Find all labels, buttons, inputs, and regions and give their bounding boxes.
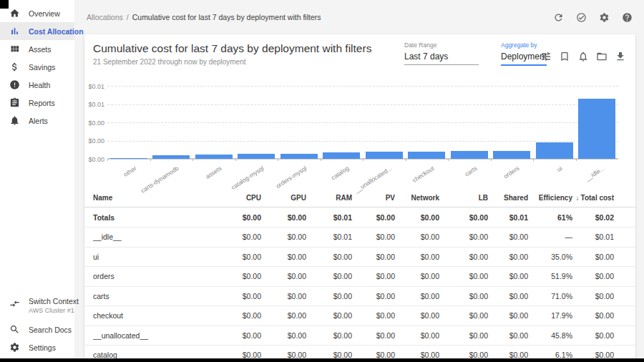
cell-pv: $0.00 — [352, 311, 395, 320]
bar-checkout[interactable] — [408, 152, 445, 159]
tune-icon[interactable] — [540, 51, 552, 62]
table-body: Totals$0.00$0.00$0.01$0.00$0.00$0.00$0.0… — [84, 207, 635, 362]
bar-unallocated[interactable] — [366, 152, 403, 159]
bar-catalog-mysql[interactable] — [238, 154, 275, 159]
chart-y-axis: $0.01$0.01$0.00$0.00$0.00 — [84, 86, 104, 159]
cell-lb: $0.00 — [439, 311, 488, 320]
table-row-checkout[interactable]: checkout$0.00$0.00$0.00$0.00$0.00$0.00$0… — [84, 306, 635, 326]
sidebar-item-health[interactable]: Health — [0, 76, 74, 94]
sidebar-item-reports[interactable]: Reports — [0, 94, 74, 112]
sidebar-item-alerts[interactable]: Alerts — [0, 112, 74, 129]
dollar-icon — [9, 62, 20, 72]
sidebar-item-overview[interactable]: Overview — [0, 4, 74, 22]
table-row-carts[interactable]: carts$0.00$0.00$0.00$0.00$0.00$0.00$0.00… — [84, 287, 635, 307]
sidebar-item-savings[interactable]: Savings — [0, 58, 74, 76]
bar-carts-dynamodb[interactable] — [152, 155, 190, 159]
cell-network: $0.00 — [395, 292, 439, 300]
bar-catalog[interactable] — [323, 152, 360, 159]
column-header-lb[interactable]: LB — [439, 194, 488, 202]
sidebar-item-switch-context[interactable]: Switch ContextAWS Cluster #1 — [0, 295, 74, 321]
cell-cpu: $0.00 — [217, 272, 261, 280]
clipboard-icon — [9, 97, 20, 108]
table-row-unallocated[interactable]: __unallocated__$0.00$0.00$0.00$0.00$0.00… — [84, 326, 635, 346]
cell-lb: $0.00 — [439, 331, 488, 340]
chart-bar-slot — [576, 99, 619, 159]
table-row-orders[interactable]: orders$0.00$0.00$0.00$0.00$0.00$0.00$0.0… — [84, 267, 635, 287]
bookmark-icon[interactable] — [559, 51, 570, 62]
bar-other[interactable] — [110, 158, 147, 160]
cell-total-cost: $0.00 — [572, 331, 614, 340]
cell-total-cost: $0.00 — [572, 253, 614, 261]
column-header-name[interactable]: Name — [93, 194, 217, 202]
column-header-gpu[interactable]: GPU — [261, 194, 306, 202]
column-header-cpu[interactable]: CPU — [217, 194, 261, 202]
table-row-ui[interactable]: ui$0.00$0.00$0.00$0.00$0.00$0.00$0.0035.… — [84, 248, 635, 268]
bar-ui[interactable] — [536, 142, 573, 159]
allocation-table: NameCPUGPURAMPVNetworkLBSharedEfficiency… — [84, 189, 635, 362]
cell-cpu: $0.00 — [217, 253, 261, 261]
sidebar-item-settings[interactable]: Settings — [0, 338, 74, 356]
x-axis-tick — [448, 159, 449, 161]
x-axis-tick-label: __idle... — [584, 165, 605, 182]
chart-bar-slot — [235, 154, 278, 159]
cell-gpu: $0.00 — [261, 253, 306, 261]
download-icon[interactable] — [615, 51, 626, 62]
cell-efficiency: 35.0% — [528, 253, 572, 261]
report-subtitle: 21 September 2022 through now by deploym… — [93, 58, 371, 66]
x-axis-tick — [235, 159, 236, 161]
cell-network: $0.00 — [395, 272, 439, 280]
topbar-actions — [553, 12, 633, 23]
table-row-totals[interactable]: Totals$0.00$0.00$0.01$0.00$0.00$0.00$0.0… — [84, 207, 635, 228]
cell-ram: $0.00 — [306, 331, 352, 340]
table-row-idle[interactable]: __idle__$0.00$0.00$0.01$0.00$0.00$0.00$0… — [84, 228, 635, 248]
sidebar-item-assets[interactable]: Assets — [0, 40, 74, 58]
column-header-network[interactable]: Network — [395, 194, 439, 202]
cell-shared: $0.00 — [488, 311, 528, 320]
breadcrumb-parent[interactable]: Allocations — [87, 13, 123, 21]
cell-gpu: $0.00 — [261, 272, 306, 280]
bar-orders[interactable] — [493, 151, 530, 159]
cell-efficiency: 71.0% — [528, 292, 572, 300]
sidebar-item-label: Cost Allocation — [29, 27, 84, 36]
x-axis-tick — [406, 159, 406, 161]
bar-carts[interactable] — [451, 151, 488, 159]
column-header-efficiency[interactable]: Efficiency — [528, 194, 572, 202]
column-header-total-cost[interactable]: ↓Total cost — [572, 194, 614, 202]
gear-icon — [9, 342, 20, 353]
folder-icon[interactable] — [596, 51, 608, 62]
cell-name: carts — [93, 292, 217, 300]
column-header-ram[interactable]: RAM — [306, 194, 352, 202]
x-axis-tick — [491, 159, 492, 161]
cell-pv: $0.00 — [352, 233, 395, 241]
sidebar-item-cost-allocation[interactable]: Cost Allocation — [0, 22, 74, 40]
cell-gpu: $0.00 — [261, 311, 306, 320]
cell-shared: $0.00 — [488, 331, 528, 340]
bar-chart-icon — [9, 26, 20, 36]
cell-shared: $0.00 — [488, 253, 528, 261]
chart-x-axis: othercarts-dynamodbassetscatalog-mysqlor… — [107, 163, 618, 189]
bar-assets[interactable] — [195, 155, 233, 159]
home-icon — [9, 8, 20, 19]
sidebar-item-search-docs[interactable]: Search Docs — [0, 321, 74, 338]
refresh-icon[interactable] — [553, 12, 564, 23]
cell-cpu: $0.00 — [217, 311, 261, 320]
gear-icon[interactable] — [599, 12, 610, 23]
x-axis-tick-label: catalog — [330, 165, 350, 181]
bell-outline-icon[interactable] — [577, 51, 589, 62]
help-icon[interactable] — [622, 12, 633, 23]
y-axis-tick-label: $0.00 — [88, 119, 104, 127]
cell-lb: $0.00 — [439, 292, 488, 300]
sidebar-item-label: Assets — [29, 45, 52, 54]
date-range-select[interactable]: Date Range Last 7 days — [404, 41, 479, 65]
bar-idle[interactable] — [578, 99, 615, 159]
column-header-pv[interactable]: PV — [352, 194, 395, 202]
cell-network: $0.00 — [395, 331, 439, 340]
x-axis-tick-label: orders — [502, 165, 521, 180]
date-range-value[interactable]: Last 7 days — [404, 52, 479, 65]
x-axis-tick-label: checkout — [411, 165, 436, 184]
sidebar-nav: OverviewCost AllocationAssetsSavingsHeal… — [0, 0, 74, 129]
check-circle-icon[interactable] — [576, 12, 587, 23]
column-header-shared[interactable]: Shared — [488, 194, 528, 202]
cell-cpu: $0.00 — [217, 233, 261, 241]
bar-orders-mysql[interactable] — [280, 154, 318, 159]
